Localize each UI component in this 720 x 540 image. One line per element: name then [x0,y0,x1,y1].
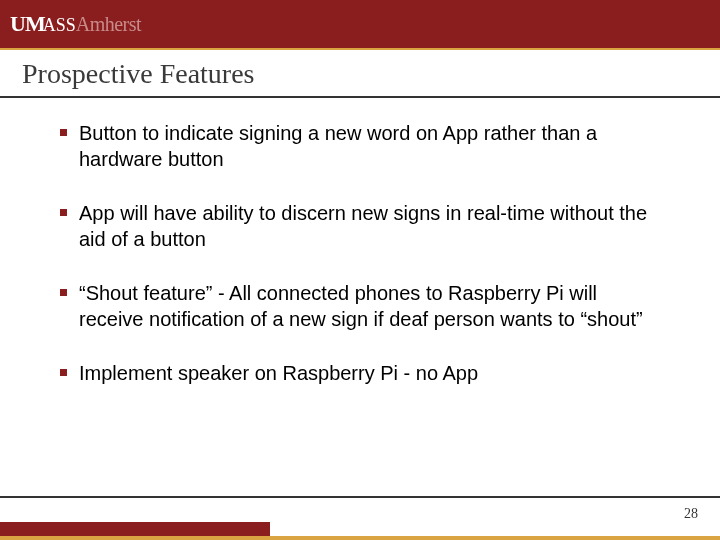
header-bar: UMASSAmherst [0,0,720,48]
bullet-text: Implement speaker on Raspberry Pi - no A… [79,360,478,386]
footer-line [0,496,720,498]
bullet-text: App will have ability to discern new sig… [79,200,660,252]
title-underline [0,96,720,98]
bullet-text: “Shout feature” - All connected phones t… [79,280,660,332]
bullet-icon [60,129,67,136]
list-item: Implement speaker on Raspberry Pi - no A… [60,360,660,386]
logo-ass: ASS [43,15,76,36]
footer-bar [0,522,270,536]
list-item: Button to indicate signing a new word on… [60,120,660,172]
list-item: “Shout feature” - All connected phones t… [60,280,660,332]
bullet-text: Button to indicate signing a new word on… [79,120,660,172]
logo-amherst: Amherst [76,13,141,36]
page-number: 28 [684,506,698,522]
content-area: Button to indicate signing a new word on… [60,120,660,414]
list-item: App will have ability to discern new sig… [60,200,660,252]
bullet-icon [60,369,67,376]
slide-title: Prospective Features [22,58,255,90]
bullet-icon [60,289,67,296]
umass-logo: UMASSAmherst [10,11,141,37]
bullet-icon [60,209,67,216]
header-accent-line [0,48,720,50]
logo-um: UM [10,11,45,36]
footer-accent-line [0,536,720,540]
